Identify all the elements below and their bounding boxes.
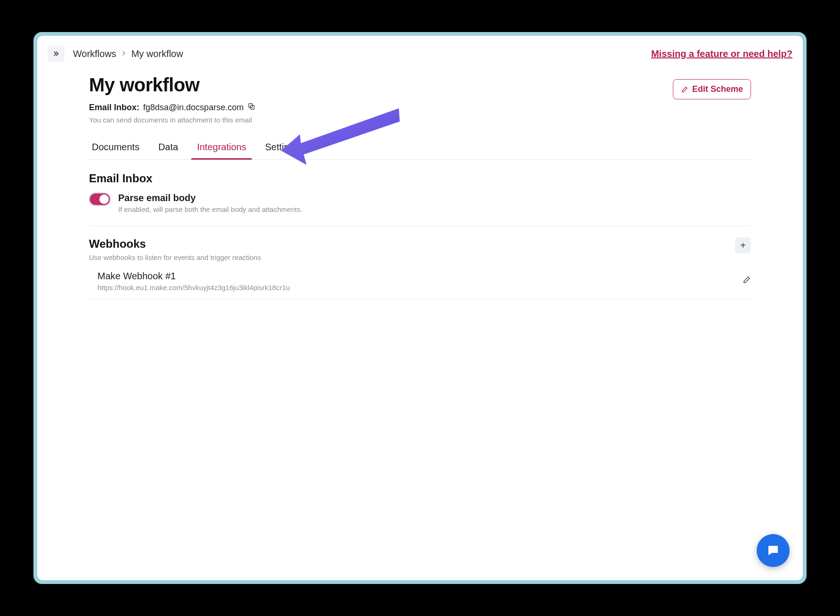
breadcrumb: Workflows My workflow [73, 49, 183, 59]
edit-scheme-button[interactable]: Edit Scheme [673, 79, 751, 99]
page-title: My workflow [89, 74, 256, 96]
tab-documents[interactable]: Documents [89, 138, 142, 159]
topbar: Workflows My workflow Missing a feature … [48, 45, 792, 62]
content: My workflow Email Inbox: fg8dsa@in.docsp… [48, 62, 792, 303]
webhooks-title: Webhooks [89, 237, 261, 251]
app-surface: Workflows My workflow Missing a feature … [37, 36, 803, 580]
topbar-left: Workflows My workflow [48, 45, 183, 62]
toggle-desc: If enabled, will parse both the email bo… [118, 205, 302, 213]
tab-integrations[interactable]: Integrations [194, 138, 249, 159]
webhooks-header-text: Webhooks Use webhooks to listen for even… [89, 237, 261, 261]
email-label: Email Inbox: [89, 103, 139, 113]
window-frame: Workflows My workflow Missing a feature … [33, 32, 807, 584]
webhooks-hint: Use webhooks to listen for events and tr… [89, 253, 261, 261]
tab-data[interactable]: Data [155, 138, 181, 159]
webhooks-section: Webhooks Use webhooks to listen for even… [89, 226, 751, 303]
parse-email-row: Parse email body If enabled, will parse … [89, 193, 751, 213]
webhooks-header: Webhooks Use webhooks to listen for even… [89, 237, 751, 261]
email-value: fg8dsa@in.docsparse.com [143, 103, 243, 113]
email-inbox-section: Email Inbox Parse email body If enabled,… [89, 160, 751, 226]
toggle-text: Parse email body If enabled, will parse … [118, 193, 302, 213]
breadcrumb-root[interactable]: Workflows [73, 49, 116, 59]
tab-settings[interactable]: Settings [262, 138, 302, 159]
pencil-icon [681, 86, 688, 93]
webhook-url: https://hook.eu1.make.com/5hvkuyjt4z3g16… [97, 284, 290, 292]
email-hint: You can send documents in attachment to … [89, 116, 256, 124]
webhook-name: Make Webhook #1 [97, 271, 290, 282]
plus-icon: + [740, 240, 746, 251]
help-link[interactable]: Missing a feature or need help? [651, 49, 792, 59]
tabs: Documents Data Integrations Settings [89, 138, 751, 160]
breadcrumb-current: My workflow [131, 49, 183, 59]
sidebar-toggle-button[interactable] [48, 45, 65, 62]
chevron-double-right-icon [52, 49, 60, 58]
parse-email-toggle[interactable] [89, 193, 111, 206]
toggle-title: Parse email body [118, 193, 302, 203]
add-webhook-button[interactable]: + [735, 237, 751, 253]
title-block: My workflow Email Inbox: fg8dsa@in.docsp… [89, 74, 256, 124]
email-inbox-line: Email Inbox: fg8dsa@in.docsparse.com [89, 102, 256, 113]
chat-button[interactable] [757, 534, 790, 567]
webhook-text: Make Webhook #1 https://hook.eu1.make.co… [97, 271, 290, 292]
pencil-icon [743, 276, 751, 284]
chevron-right-icon [120, 49, 128, 59]
edit-scheme-label: Edit Scheme [692, 84, 743, 94]
email-inbox-title: Email Inbox [89, 172, 751, 185]
copy-icon[interactable] [247, 102, 256, 113]
title-row: My workflow Email Inbox: fg8dsa@in.docsp… [89, 74, 751, 124]
chat-icon [766, 543, 780, 558]
edit-webhook-button[interactable] [743, 276, 751, 286]
webhook-item: Make Webhook #1 https://hook.eu1.make.co… [89, 261, 751, 300]
